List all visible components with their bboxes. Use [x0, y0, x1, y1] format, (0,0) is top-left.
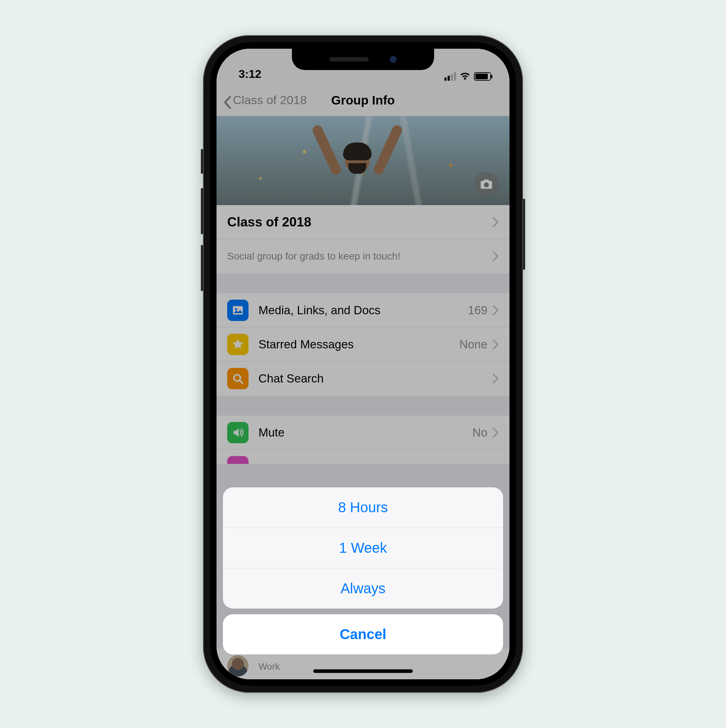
cancel-button[interactable]: Cancel — [223, 614, 503, 655]
screen: 3:12 Class of 2018 Group Info — [216, 49, 510, 679]
notch — [292, 49, 434, 70]
mute-option-8hours[interactable]: 8 Hours — [223, 487, 503, 528]
home-indicator[interactable] — [313, 669, 413, 673]
phone-frame: 3:12 Class of 2018 Group Info — [203, 35, 523, 693]
action-sheet: 8 Hours 1 Week Always Cancel — [216, 482, 510, 679]
mute-option-always[interactable]: Always — [223, 568, 503, 609]
mute-option-1week[interactable]: 1 Week — [223, 528, 503, 568]
